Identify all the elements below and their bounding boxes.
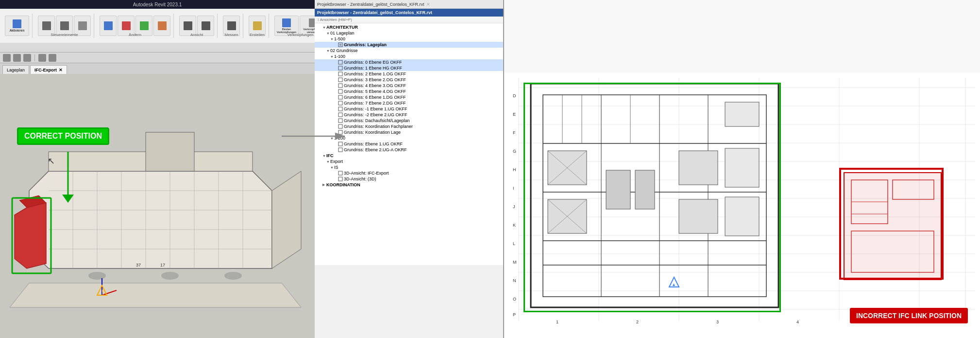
pb-item-og1[interactable]: Grundriss: 2 Ebene 1.OG OKFF: [315, 71, 503, 77]
pb-text-02grundrisse: 02 Grundrisse: [330, 48, 358, 53]
andern-icon3: [140, 21, 149, 30]
right-revit-window: Autodesk Revit 2023.1 Datei Architektur …: [504, 0, 980, 338]
svg-rect-40: [338, 95, 342, 99]
pb-icon-uga-okrf: [338, 147, 343, 152]
pb-arrow-ifc-export: ▼: [326, 160, 330, 163]
left-tab-lageplan-label: Lageplan: [7, 68, 25, 72]
tb-icon-5[interactable]: [49, 54, 56, 62]
tb-icon-1[interactable]: [3, 54, 11, 62]
left-doc-tabs: Lageplan IFC-Export ✕: [0, 63, 316, 74]
building-number-17: 17: [160, 263, 165, 267]
pb-text-01lageplan: 01 Lageplan: [330, 31, 355, 36]
svg-rect-34: [338, 60, 342, 64]
steuerelement-icon1: [42, 21, 51, 30]
pb-item-1-100[interactable]: ▼ 1-100: [315, 53, 503, 59]
pb-text-dg1: Grundriss: 6 Ebene 1.DG OKFF: [344, 95, 406, 100]
pb-text-og4: Grundriss: 5 Ebene 4.OG OKFF: [344, 89, 406, 94]
left-tab-ifc-label: IFC-Export: [34, 68, 57, 72]
svg-text:G: G: [513, 149, 516, 154]
pb-item-dg2[interactable]: Grundriss: 7 Ebene 2.DG OKFF: [315, 100, 503, 106]
left-toolbar: [0, 53, 316, 63]
erstellen-icon1: [253, 21, 262, 30]
left-tab-lageplan[interactable]: Lageplan: [2, 65, 29, 74]
tb-icon-2[interactable]: [13, 54, 21, 62]
aktivieren-button[interactable]: Aktivieren: [5, 16, 29, 36]
group-label-andern: Ändern: [97, 33, 173, 37]
andern-icon4: [158, 21, 167, 30]
pb-icon-ug1: [338, 107, 343, 111]
svg-rect-37: [338, 78, 342, 82]
pb-item-ifc-export[interactable]: ▼ Export: [315, 159, 503, 164]
pb-item-ug1[interactable]: Grundriss: -1 Ebene 1.UG OKFF: [315, 106, 503, 112]
pb-text-og2: Grundriss: 3 Ebene 2.OG OKFF: [344, 77, 406, 82]
pb-item-3d-ifc[interactable]: 3D-Ansicht: IFC-Export: [315, 170, 503, 176]
pb-item-ug2[interactable]: Grundriss: -2 Ebene 2.UG OKFF: [315, 112, 503, 118]
pb-text-3d-3d: 3D-Ansicht: (3D): [344, 177, 376, 181]
pb-text-ifc-is: IS: [334, 165, 338, 170]
pb-arrow-1-100: ▼: [330, 55, 334, 58]
svg-rect-88: [679, 199, 718, 233]
pb-text-hg: Grundriss: 1 Ebene HG OKFF: [344, 66, 402, 71]
pb-item-dg1[interactable]: Grundriss: 6 Ebene 1.DG OKFF: [315, 94, 503, 100]
pb-icon-koord-fp: [338, 124, 343, 129]
pb-item-eg[interactable]: Grundriss: 0 Ebene EG OKFF: [315, 59, 503, 65]
svg-text:I: I: [513, 186, 514, 191]
pb-item-hg[interactable]: Grundriss: 1 Ebene HG OKFF: [315, 65, 503, 71]
pb-item-og4[interactable]: Grundriss: 5 Ebene 4.OG OKFF: [315, 89, 503, 94]
left-ribbon: Gebäudetechnik Einfügen Beschriften Bere…: [0, 9, 315, 53]
svg-text:3: 3: [716, 320, 719, 324]
pb-item-500[interactable]: ▼ 1-500: [315, 36, 503, 42]
svg-rect-89: [606, 170, 630, 209]
pb-text-og3: Grundriss: 4 Ebene 3.OG OKFF: [344, 83, 406, 88]
svg-text:M: M: [513, 260, 517, 265]
pb-icon-dg2: [338, 101, 343, 106]
left-tab-ifc-export[interactable]: IFC-Export ✕: [30, 65, 67, 74]
pb-item-ifc-is[interactable]: ▼ IS: [315, 164, 503, 170]
left-tab-ifc-close[interactable]: ✕: [59, 68, 63, 72]
svg-point-17: [88, 272, 106, 280]
left-3d-viewport: ! CORRECT POSITION ↖ 37 17: [0, 74, 315, 338]
svg-text:1: 1: [556, 320, 558, 324]
breadcrumb-text: Projektbrowser - Zentraldatei_gelöst_Con…: [317, 2, 424, 7]
pb-item-uga-okrf[interactable]: Grundriss: Ebene 2.UG-A OKRF: [315, 147, 503, 153]
svg-text:N: N: [513, 278, 516, 283]
ansicht-icon2: [202, 21, 210, 30]
building-number-37: 37: [136, 263, 141, 267]
pb-text-3d-ifc: 3D-Ansicht: IFC-Export: [344, 171, 389, 176]
group-ansicht: Ansicht: [176, 14, 218, 38]
pb-arrow-02: ▼: [326, 49, 330, 53]
pb-item-ifc[interactable]: ▼ IFC: [315, 153, 503, 159]
steuerelement-icon2: [60, 21, 69, 30]
pb-item-og3[interactable]: Grundriss: 4 Ebene 3.OG OKFF: [315, 83, 503, 89]
pb-icon-ug2: [338, 112, 343, 117]
pb-text-koord-fp: Grundriss: Koordination Fachplaner: [344, 124, 413, 129]
aktivieren-icon: [13, 19, 21, 28]
pb-item-02grundrisse[interactable]: ▼ 02 Grundrisse: [315, 48, 503, 53]
tb-icon-3[interactable]: [23, 54, 31, 62]
pb-icon-3d-3d: [338, 177, 343, 181]
pb-text-architektur: ARCHITEKTUR: [326, 25, 358, 30]
pb-item-lageplan-view[interactable]: Grundriss: Lageplan: [315, 42, 503, 48]
pb-text-eg: Grundriss: 0 Ebene EG OKFF: [344, 60, 402, 65]
pb-text-dg2: Grundriss: 7 Ebene 2.DG OKFF: [344, 101, 406, 106]
breadcrumb-sep: ✕: [426, 2, 430, 7]
pb-item-01lageplan[interactable]: ▼ 01 Lageplan: [315, 30, 503, 36]
pb-item-3d-3d[interactable]: 3D-Ansicht: (3D): [315, 176, 503, 182]
svg-rect-45: [338, 125, 342, 128]
floor-plan-svg: ▲ D E F G H I J K L M N O P 1 2: [504, 73, 980, 338]
pb-item-koordination[interactable]: ▶ KOORDINATION: [315, 182, 503, 188]
pb-text-ug1: Grundriss: -1 Ebene 1.UG OKFF: [344, 107, 407, 111]
svg-rect-35: [338, 66, 342, 70]
pb-icon-eg: [338, 60, 343, 65]
pb-arrow-architektur: ▼: [322, 26, 326, 29]
svg-rect-36: [338, 72, 342, 76]
pb-item-dachaufsicht[interactable]: Grundriss: Dachaufsicht/Lageplan: [315, 118, 503, 124]
pb-item-og2[interactable]: Grundriss: 3 Ebene 2.OG OKFF: [315, 77, 503, 83]
andern-icon1: [104, 21, 113, 30]
svg-text:E: E: [513, 112, 516, 117]
tb-icon-4[interactable]: [38, 54, 46, 62]
pb-text-og1: Grundriss: 2 Ebene 1.OG OKFF: [344, 71, 406, 76]
pb-text-ug2: Grundriss: -2 Ebene 2.UG OKFF: [344, 112, 407, 117]
svg-rect-92: [725, 148, 759, 187]
pb-item-architektur[interactable]: ▼ ARCHITEKTUR: [315, 24, 503, 30]
